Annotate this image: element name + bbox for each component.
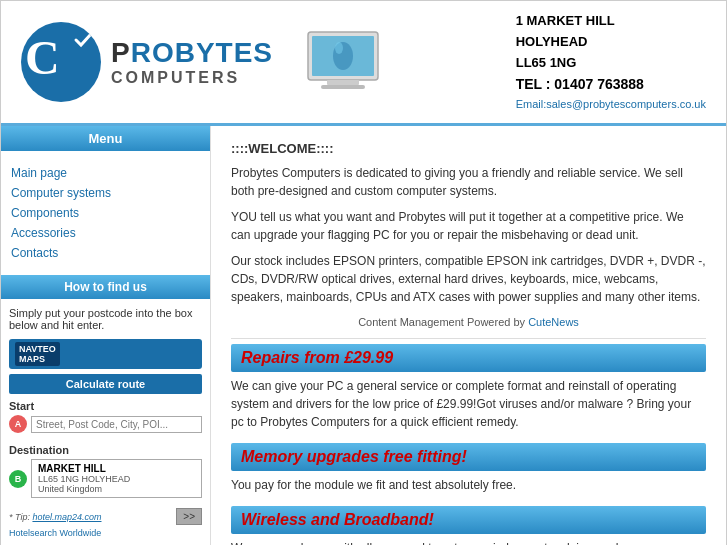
svg-point-5 <box>335 42 343 54</box>
page-wrapper: C PROBYTES COMPUTERS <box>0 0 727 545</box>
logo-circle: C <box>21 22 101 102</box>
tip-link[interactable]: hotel.map24.com <box>32 512 101 522</box>
destination-input-row: B MARKET HILL LL65 1NG HOLYHEAD United K… <box>9 459 202 498</box>
welcome-title: ::::WELCOME:::: <box>231 141 706 156</box>
promo-title-2: Memory upgrades free fitting! <box>241 448 467 465</box>
start-input[interactable] <box>31 416 202 433</box>
welcome-para2: YOU tell us what you want and Probytes w… <box>231 208 706 244</box>
address-line1: 1 Market Hill <box>516 11 706 32</box>
marker-a: A <box>9 415 27 433</box>
logo-computers: COMPUTERS <box>111 69 273 87</box>
promo-banner-2: Memory upgrades free fitting! <box>231 443 706 471</box>
svg-rect-3 <box>321 85 365 89</box>
find-us-header: How to find us <box>1 275 210 299</box>
email-line: Email:sales@probytescomputers.co.uk <box>516 96 706 114</box>
sidebar-item-computer-systems[interactable]: Computer systems <box>11 183 200 203</box>
destination-label: Destination <box>9 444 202 456</box>
marker-b: B <box>9 470 27 488</box>
start-label: Start <box>9 400 202 412</box>
promo-wireless: Wireless and Broadband! We can supply yo… <box>231 506 706 545</box>
welcome-para1: Probytes Computers is dedicated to givin… <box>231 164 706 200</box>
promo-text-1: We can give your PC a general service or… <box>231 377 706 431</box>
navteo-logo: NAVTEO MAPS <box>15 342 60 366</box>
promo-title-3: Wireless and Broadband! <box>241 511 434 528</box>
promo-text-3: We can supply you with all you need to s… <box>231 539 706 545</box>
promo-memory: Memory upgrades free fitting! You pay fo… <box>231 443 706 494</box>
logo-text-area: PROBYTES COMPUTERS <box>111 37 273 87</box>
find-us-text: Simply put your postcode into the box be… <box>1 304 210 334</box>
tel-line: TEL : 01407 763888 <box>516 73 706 95</box>
dest-name: MARKET HILL <box>38 463 195 474</box>
dest-addr2: United Kingdom <box>38 484 195 494</box>
main-content: ::::WELCOME:::: Probytes Computers is de… <box>211 126 726 545</box>
welcome-para3: Our stock includes EPSON printers, compa… <box>231 252 706 306</box>
dest-addr1: LL65 1NG HOLYHEAD <box>38 474 195 484</box>
sidebar-item-contacts[interactable]: Contacts <box>11 243 200 263</box>
promo-text-2: You pay for the module we fit and test a… <box>231 476 706 494</box>
svg-rect-2 <box>327 80 359 85</box>
promo-banner-1: Repairs from £29.99 <box>231 344 706 372</box>
start-input-row: A <box>9 415 202 433</box>
sidebar-item-main-page[interactable]: Main page <box>11 163 200 183</box>
address-line2: Holyhead <box>516 32 706 53</box>
hotel-search-link[interactable]: Hotelsearch Worldwide <box>1 527 210 539</box>
go-button[interactable]: >> <box>176 508 202 525</box>
promo-title-1: Repairs from £29.99 <box>241 349 393 366</box>
destination-box: MARKET HILL LL65 1NG HOLYHEAD United Kin… <box>31 459 202 498</box>
cute-news-link[interactable]: CuteNews <box>528 316 579 328</box>
tip-text: * Tip: hotel.map24.com <box>9 512 102 522</box>
sidebar-item-accessories[interactable]: Accessories <box>11 223 200 243</box>
logo-c-letter: C <box>25 30 60 85</box>
route-start-section: Start A <box>1 397 210 441</box>
cms-credit: Content Management Powered by CuteNews <box>231 316 706 328</box>
header: C PROBYTES COMPUTERS <box>1 1 726 126</box>
sidebar: Menu Main page Computer systems Componen… <box>1 126 211 545</box>
sidebar-nav: Main page Computer systems Components Ac… <box>1 159 210 267</box>
logo-area: C PROBYTES COMPUTERS <box>21 22 273 102</box>
navteo-box: NAVTEO MAPS <box>9 339 202 369</box>
calc-route-header: Calculate route <box>9 374 202 394</box>
tip-row: * Tip: hotel.map24.com >> <box>1 506 210 527</box>
address-line3: LL65 1NG <box>516 53 706 74</box>
sidebar-item-components[interactable]: Components <box>11 203 200 223</box>
monitor-graphic <box>303 30 383 95</box>
promo-repairs: Repairs from £29.99 We can give your PC … <box>231 344 706 431</box>
main-layout: Menu Main page Computer systems Componen… <box>1 126 726 545</box>
contact-info: 1 Market Hill Holyhead LL65 1NG TEL : 01… <box>516 11 706 113</box>
route-dest-section: Destination B MARKET HILL LL65 1NG HOLYH… <box>1 441 210 506</box>
divider <box>231 338 706 339</box>
promo-banner-3: Wireless and Broadband! <box>231 506 706 534</box>
logo-probytes: PROBYTES <box>111 37 273 69</box>
sidebar-menu-header: Menu <box>1 126 210 151</box>
